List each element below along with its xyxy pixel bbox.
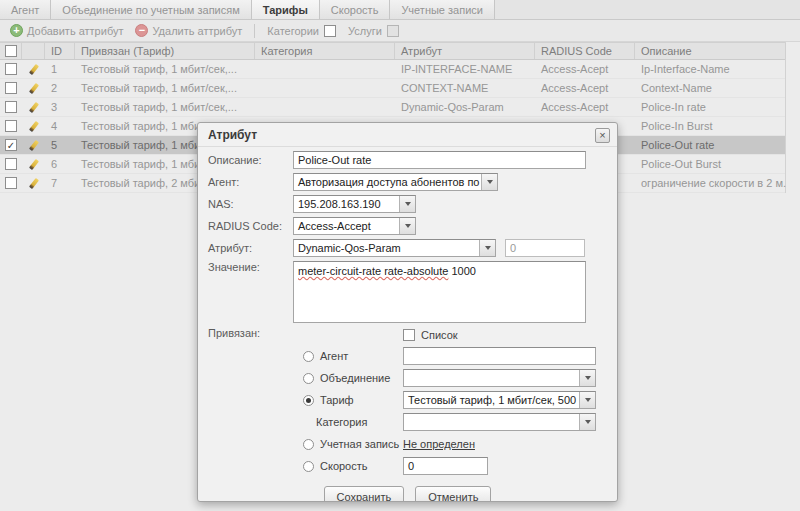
row-checkbox[interactable] (5, 158, 17, 170)
bind-account-label: Учетная запись (320, 438, 399, 450)
minus-circle-icon: − (135, 24, 148, 37)
bind-speed-input[interactable]: 0 (403, 457, 488, 475)
delete-attribute-button[interactable]: − Удалить аттрибут (129, 21, 248, 41)
edit-row-button[interactable] (22, 64, 45, 75)
chevron-down-icon[interactable] (579, 414, 595, 430)
tab-accounts[interactable]: Учетные записи (390, 0, 495, 19)
col-bound: Привязан (Тариф) (75, 43, 255, 59)
cancel-button[interactable]: Отменить (415, 486, 491, 502)
attribute-label: Атрибут: (208, 242, 293, 254)
bind-agent-radio[interactable] (303, 351, 314, 362)
bind-account-radio[interactable] (303, 439, 314, 450)
value-textarea[interactable]: meter-circuit-rate rate-absolute 1000 (293, 261, 586, 323)
radius-code-select[interactable]: Access-Accept (293, 217, 416, 235)
row-checkbox[interactable] (5, 101, 17, 113)
chevron-down-icon[interactable] (479, 240, 495, 256)
services-toggle: Услуги (342, 25, 405, 37)
table-row[interactable]: 1 Тестовый тариф, 1 мбит/сек,... IP-INTE… (0, 60, 785, 79)
bind-agent-input[interactable] (403, 347, 596, 365)
col-id: ID (45, 43, 75, 59)
bind-tariff-radio[interactable] (303, 395, 314, 406)
col-radius-code: RADIUS Code (535, 43, 635, 59)
attribute-extra-input: 0 (505, 239, 585, 257)
toolbar: + Добавить аттрибут − Удалить аттрибут К… (0, 20, 800, 42)
nas-label: NAS: (208, 198, 293, 210)
tab-bar: Агент Объединение по учетным записям Тар… (0, 0, 800, 20)
tab-tariffs[interactable]: Тарифы (252, 0, 320, 19)
col-description: Описание (635, 43, 786, 59)
tab-account-union[interactable]: Объединение по учетным записям (51, 0, 251, 19)
pencil-icon (29, 140, 39, 151)
chevron-down-icon[interactable] (399, 196, 415, 212)
attribute-select[interactable]: Dynamic-Qos-Param (293, 239, 496, 257)
bind-category-label: Категория (316, 416, 367, 428)
close-icon[interactable]: × (595, 128, 610, 143)
edit-row-button[interactable] (22, 121, 45, 132)
bind-tariff-label: Тариф (320, 394, 354, 406)
bind-speed-label: Скорость (320, 460, 368, 472)
row-checkbox[interactable] (5, 139, 17, 151)
bind-union-label: Объединение (320, 372, 390, 384)
table-row[interactable]: 2 Тестовый тариф, 1 мбит/сек,... CONTEXT… (0, 79, 785, 98)
pencil-icon (29, 64, 39, 75)
edit-row-button[interactable] (22, 140, 45, 151)
account-undefined-link[interactable]: Не определен (403, 438, 475, 450)
edit-row-button[interactable] (22, 159, 45, 170)
chevron-down-icon[interactable] (399, 218, 415, 234)
save-button[interactable]: Сохранить (324, 486, 405, 502)
edit-column-header (22, 43, 45, 59)
value-label: Значение: (208, 261, 293, 323)
pencil-icon (29, 159, 39, 170)
row-checkbox[interactable] (5, 177, 17, 189)
list-checkbox[interactable] (403, 329, 415, 341)
chevron-down-icon[interactable] (481, 174, 497, 190)
radius-code-label: RADIUS Code: (208, 220, 293, 232)
bind-speed-radio[interactable] (303, 461, 314, 472)
nas-select[interactable]: 195.208.163.190 (293, 195, 416, 213)
categories-toggle: Категории (261, 25, 342, 37)
row-checkbox[interactable] (5, 120, 17, 132)
pencil-icon (29, 102, 39, 113)
row-checkbox[interactable] (5, 63, 17, 75)
chevron-down-icon[interactable] (579, 370, 595, 386)
chevron-down-icon[interactable] (579, 392, 595, 408)
categories-label: Категории (267, 25, 319, 37)
list-label: Список (421, 329, 458, 341)
tab-speed[interactable]: Скорость (320, 0, 391, 19)
bind-union-select[interactable] (403, 369, 596, 387)
toolbar-separator (254, 24, 255, 38)
delete-attribute-label: Удалить аттрибут (152, 25, 242, 37)
select-all-checkbox[interactable] (5, 45, 17, 57)
categories-checkbox[interactable] (324, 25, 336, 37)
services-checkbox (387, 25, 399, 37)
agent-label: Агент: (208, 176, 293, 188)
services-label: Услуги (348, 25, 382, 37)
bound-section-label: Привязан: (208, 327, 293, 479)
bind-tariff-select[interactable]: Тестовый тариф, 1 мбит/сек, 500 р (403, 391, 596, 409)
add-attribute-label: Добавить аттрибут (27, 25, 123, 37)
description-input[interactable]: Police-Out rate (293, 151, 586, 169)
description-label: Описание: (208, 154, 293, 166)
col-attribute: Атрибут (395, 43, 535, 59)
table-header: ID Привязан (Тариф) Категория Атрибут RA… (0, 42, 785, 60)
bind-agent-label: Агент (320, 350, 348, 362)
edit-row-button[interactable] (22, 102, 45, 113)
pencil-icon (29, 178, 39, 189)
plus-circle-icon: + (10, 24, 23, 37)
tab-agent[interactable]: Агент (0, 0, 51, 19)
bind-category-select[interactable] (403, 413, 596, 431)
attribute-dialog: Атрибут × Описание: Police-Out rate Аген… (197, 122, 618, 502)
dialog-title: Атрибут (198, 123, 617, 147)
col-category: Категория (255, 43, 395, 59)
edit-row-button[interactable] (22, 83, 45, 94)
pencil-icon (29, 121, 39, 132)
edit-row-button[interactable] (22, 178, 45, 189)
agent-select[interactable]: Авторизация доступа абонентов по про (293, 173, 498, 191)
add-attribute-button[interactable]: + Добавить аттрибут (4, 21, 129, 41)
dialog-body: Описание: Police-Out rate Агент: Авториз… (198, 147, 617, 502)
bind-union-radio[interactable] (303, 373, 314, 384)
row-checkbox[interactable] (5, 82, 17, 94)
table-row[interactable]: 3 Тестовый тариф, 1 мбит/сек,... Dynamic… (0, 98, 785, 117)
pencil-icon (29, 83, 39, 94)
